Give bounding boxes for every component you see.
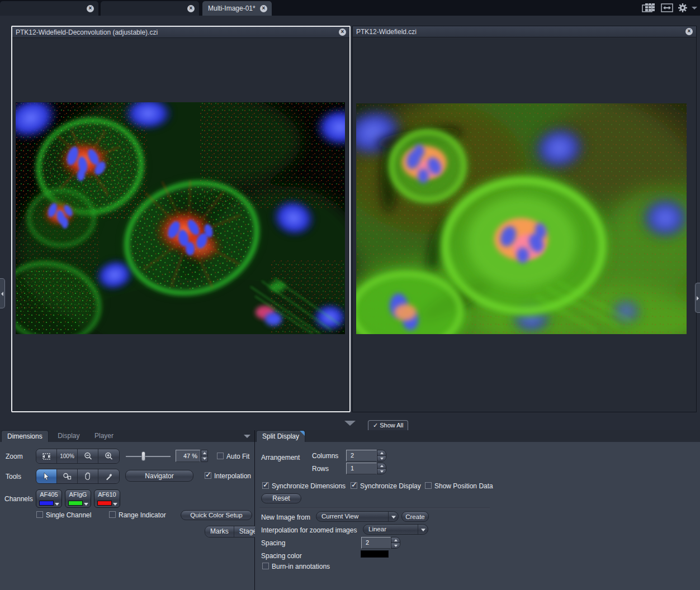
check-icon: ✓ [373, 422, 378, 429]
spacing-color-swatch[interactable] [361, 550, 389, 558]
new-image-source-dropdown[interactable]: Current View [316, 511, 399, 522]
close-icon[interactable]: × [87, 5, 94, 12]
settings-gear-icon[interactable] [677, 2, 688, 13]
stepper-down-button[interactable] [377, 455, 386, 461]
zoom-value-stepper [201, 450, 208, 462]
chevron-down-icon[interactable] [692, 7, 697, 9]
tab-player[interactable]: Player [89, 430, 119, 442]
channels-label: Channels [4, 495, 33, 503]
spacing-label: Spacing [261, 539, 285, 547]
zoom-slider-track[interactable] [126, 456, 171, 457]
marks-button[interactable]: Marks [205, 526, 234, 537]
stepper-up-button[interactable] [377, 463, 386, 468]
bottom-dock: Dimensions Display Player Zoom 100% [0, 430, 700, 590]
auto-fit-checkbox[interactable] [217, 453, 224, 459]
left-dock-expander[interactable] [0, 278, 5, 308]
chevron-down-icon[interactable] [84, 503, 88, 506]
range-indicator-checkbox[interactable] [109, 511, 116, 518]
document-tab-bar: × × Multi-Image-01* × [0, 0, 700, 16]
zoom-out-button[interactable] [78, 449, 98, 463]
zoom-button-group: 100% [36, 449, 120, 464]
chevron-down-icon[interactable] [113, 503, 117, 506]
stepper-up-button[interactable] [377, 450, 386, 455]
synchronize-display-label: Synchronize Display [360, 482, 421, 490]
stepper-up-button[interactable] [391, 537, 400, 543]
marks-stage-group: Marks Stage [205, 526, 262, 537]
columns-field[interactable]: 2 [346, 450, 377, 461]
tab-display[interactable]: Display [52, 430, 85, 442]
channel-name: AF405 [36, 491, 62, 498]
right-dock-expander[interactable] [695, 283, 700, 313]
channel-name: AF610 [94, 491, 120, 498]
spacing-field[interactable]: 2 [361, 537, 391, 549]
rows-label: Rows [312, 465, 329, 473]
layout-grid-icon[interactable] [642, 3, 655, 13]
single-channel-checkbox[interactable] [36, 511, 43, 518]
close-icon[interactable]: × [260, 5, 267, 12]
collapse-dock-chevron[interactable] [344, 421, 356, 426]
chevron-right-icon [697, 296, 699, 301]
range-indicator-label: Range Indicator [119, 511, 166, 519]
image-panel-header[interactable]: PTK12-Widefield.czi × [353, 26, 696, 37]
show-all-label: Show All [380, 422, 403, 429]
chevron-down-icon[interactable] [55, 503, 59, 506]
synchronize-display-checkbox[interactable]: ✓ [351, 482, 357, 489]
synchronize-dimensions-checkbox[interactable]: ✓ [262, 482, 269, 489]
pointer-tool-button[interactable] [36, 469, 57, 483]
document-tab-multi-image[interactable]: Multi-Image-01* × [202, 1, 272, 16]
close-icon[interactable]: × [339, 28, 346, 36]
split-display-panel: Split Display Arrangement Columns 2 Rows… [255, 430, 700, 590]
show-position-data-label: Show Position Data [434, 482, 493, 490]
channel-af610-button[interactable]: AF610 [94, 489, 120, 508]
chevron-left-icon [1, 292, 3, 296]
zoom-slider-thumb[interactable] [141, 451, 145, 461]
fit-to-view-button[interactable] [36, 449, 57, 463]
show-position-data-checkbox[interactable] [425, 482, 432, 489]
zoom-100-button[interactable]: 100% [57, 449, 78, 463]
channel-af405-button[interactable]: AF405 [36, 489, 62, 508]
swap-views-icon[interactable] [661, 3, 673, 13]
rows-stepper [377, 463, 386, 474]
document-tab-2[interactable]: × [101, 1, 199, 16]
channel-afigg-button[interactable]: AFIgG [65, 489, 91, 508]
tools-button-group [36, 469, 120, 484]
image-panel-deconvolution[interactable]: PTK12-Widefield-Deconvolution (adjustabl… [11, 26, 351, 412]
stepper-down-button[interactable] [377, 468, 386, 474]
spacing-stepper [391, 537, 400, 549]
tab-split-display[interactable]: Split Display [256, 430, 305, 442]
interpolation-mode-dropdown[interactable]: Linear [363, 524, 428, 535]
stepper-up-button[interactable] [201, 450, 207, 456]
stepper-down-button[interactable] [201, 456, 207, 462]
reset-button[interactable]: Reset [261, 493, 301, 503]
create-button[interactable]: Create [401, 511, 429, 522]
chevron-down-icon[interactable] [244, 435, 250, 438]
dropdown-value: Linear [363, 525, 418, 534]
navigator-button[interactable]: Navigator [125, 470, 193, 482]
show-all-toggle[interactable]: ✓Show All [368, 420, 408, 430]
region-zoom-tool-button[interactable] [57, 469, 78, 483]
zoom-label: Zoom [6, 453, 23, 460]
widefield-micrograph[interactable] [356, 103, 687, 334]
deconvolved-micrograph[interactable] [16, 102, 345, 334]
general-controls-panel: Dimensions Display Player Zoom 100% [0, 430, 254, 590]
zoom-value-field[interactable]: 47 % [176, 450, 200, 462]
chevron-down-icon [418, 525, 428, 534]
document-tab-1[interactable]: × [0, 1, 98, 16]
check-icon: ✓ [351, 480, 357, 489]
image-title: PTK12-Widefield.czi [356, 28, 417, 36]
pan-hand-tool-button[interactable] [78, 469, 98, 483]
rows-field[interactable]: 1 [346, 463, 377, 474]
stepper-down-button[interactable] [391, 543, 400, 548]
zoom-in-button[interactable] [98, 449, 119, 463]
channel-color-swatch [39, 501, 54, 506]
eyedropper-tool-button[interactable] [98, 469, 119, 483]
close-icon[interactable]: × [187, 5, 195, 12]
close-icon[interactable]: × [685, 28, 693, 35]
burn-in-annotations-checkbox[interactable] [262, 563, 269, 569]
interpolation-checkbox[interactable]: ✓ [205, 472, 211, 479]
tab-dimensions[interactable]: Dimensions [1, 430, 49, 442]
quick-color-setup-button[interactable]: Quick Color Setup [181, 510, 252, 520]
image-panel-widefield[interactable]: PTK12-Widefield.czi × [352, 26, 697, 412]
image-panel-header[interactable]: PTK12-Widefield-Deconvolution (adjustabl… [12, 27, 349, 38]
section-divider [259, 508, 490, 509]
